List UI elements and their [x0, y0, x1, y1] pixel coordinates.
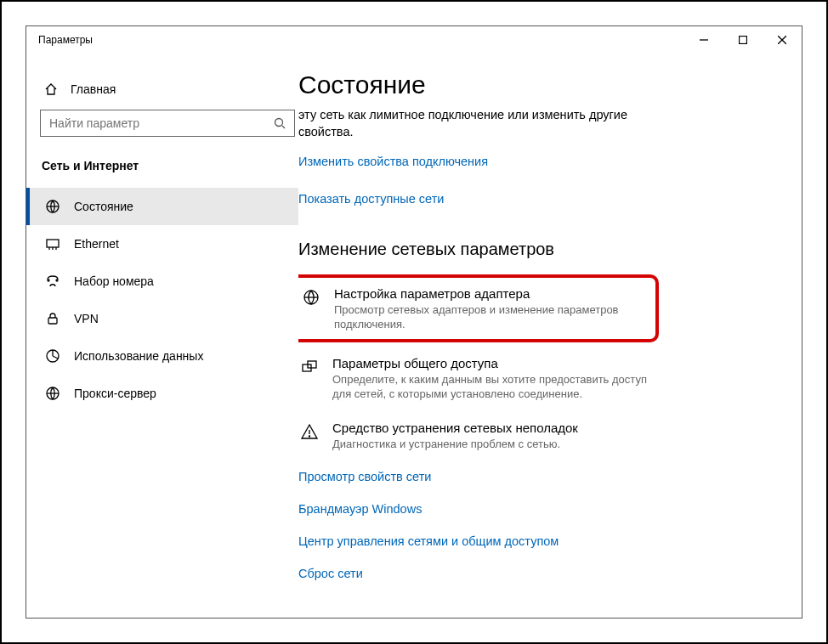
- content-area: Состояние эту сеть как лимитное подключе…: [298, 54, 802, 618]
- warning-icon: [298, 421, 320, 452]
- option-title: Средство устранения сетевых неполадок: [332, 421, 655, 435]
- svg-point-23: [309, 436, 309, 437]
- nav-item-label: Прокси-сервер: [74, 387, 156, 400]
- minimize-button[interactable]: [684, 26, 723, 54]
- adapter-icon: [300, 286, 322, 332]
- option-sharing-params[interactable]: Параметры общего доступа Определите, к к…: [298, 356, 655, 402]
- nav-item-vpn[interactable]: VPN: [26, 300, 298, 337]
- nav-item-label: Набор номера: [74, 274, 154, 288]
- option-title: Параметры общего доступа: [332, 356, 655, 370]
- home-button[interactable]: Главная: [26, 77, 298, 101]
- search-box[interactable]: [40, 110, 295, 137]
- nav-item-dialup[interactable]: Набор номера: [26, 263, 298, 300]
- maximize-button[interactable]: [723, 26, 763, 54]
- status-icon: [45, 199, 60, 214]
- ethernet-icon: [45, 236, 60, 251]
- window-title: Параметры: [38, 34, 93, 46]
- nav-item-status[interactable]: Состояние: [26, 188, 298, 225]
- nav-item-datausage[interactable]: Использование данных: [26, 337, 298, 375]
- svg-point-12: [48, 280, 49, 281]
- highlight-box: Настройка параметров адаптера Просмотр с…: [298, 274, 659, 342]
- sidebar: Главная Сеть и Интернет: [26, 54, 298, 618]
- option-adapter-settings[interactable]: Настройка параметров адаптера Просмотр с…: [300, 286, 649, 332]
- nav-list: Состояние Ethernet Набор номера: [26, 188, 298, 412]
- settings-window: Параметры Главная: [26, 25, 802, 619]
- section-label: Сеть и Интернет: [26, 137, 298, 181]
- vpn-icon: [45, 311, 60, 326]
- close-button[interactable]: [763, 26, 802, 54]
- sharing-icon: [298, 356, 320, 402]
- option-desc: Просмотр сетевых адаптеров и изменение п…: [334, 302, 649, 332]
- proxy-icon: [45, 386, 60, 401]
- subheader-change-network-params: Изменение сетевых параметров: [298, 240, 781, 259]
- link-change-connection-props[interactable]: Изменить свойства подключения: [298, 155, 781, 168]
- titlebar: Параметры: [26, 26, 802, 54]
- home-icon: [43, 82, 59, 96]
- search-icon: [265, 117, 294, 129]
- svg-point-4: [275, 119, 283, 127]
- svg-point-13: [56, 280, 58, 281]
- nav-item-label: Состояние: [74, 200, 133, 213]
- svg-rect-14: [48, 318, 57, 324]
- option-troubleshoot[interactable]: Средство устранения сетевых неполадок Ди…: [298, 421, 655, 452]
- dialup-icon: [45, 274, 60, 289]
- nav-item-ethernet[interactable]: Ethernet: [26, 225, 298, 263]
- intro-text: эту сеть как лимитное подключение или из…: [298, 106, 655, 141]
- nav-item-label: Использование данных: [74, 349, 203, 363]
- link-network-sharing-center[interactable]: Центр управления сетями и общим доступом: [298, 534, 781, 548]
- nav-item-label: Ethernet: [74, 237, 119, 251]
- datausage-icon: [45, 348, 60, 364]
- link-view-network-props[interactable]: Просмотр свойств сети: [298, 470, 781, 483]
- svg-rect-1: [740, 37, 747, 44]
- link-network-reset[interactable]: Сброс сети: [298, 567, 781, 580]
- link-show-available-networks[interactable]: Показать доступные сети: [298, 192, 781, 206]
- page-title: Состояние: [298, 71, 781, 99]
- home-label: Главная: [71, 82, 116, 96]
- nav-item-label: VPN: [74, 312, 99, 325]
- svg-line-5: [282, 126, 285, 128]
- svg-rect-8: [47, 240, 59, 247]
- option-desc: Диагностика и устранение проблем с сетью…: [332, 437, 655, 452]
- option-title: Настройка параметров адаптера: [334, 286, 649, 301]
- link-windows-firewall[interactable]: Брандмауэр Windows: [298, 502, 781, 516]
- option-desc: Определите, к каким данным вы хотите пре…: [332, 372, 655, 402]
- caption-buttons: [684, 26, 802, 54]
- nav-item-proxy[interactable]: Прокси-сервер: [26, 375, 298, 412]
- search-input[interactable]: [41, 116, 265, 130]
